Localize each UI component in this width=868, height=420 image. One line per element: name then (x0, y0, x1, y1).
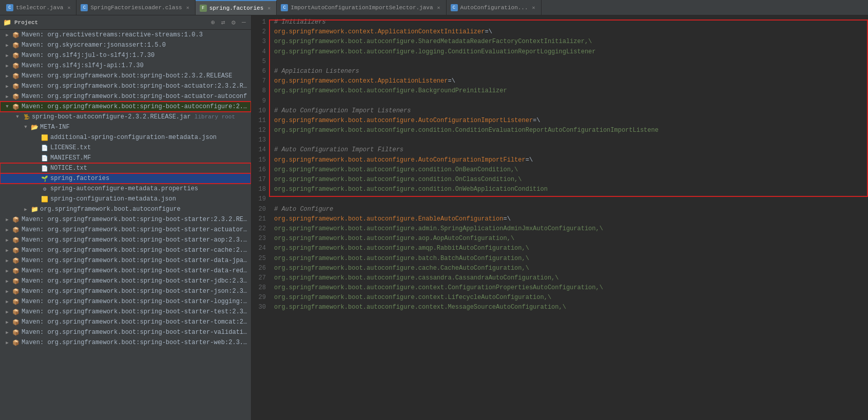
tree-item-props[interactable]: ▶ ⚙ spring-autoconfigure-metadata.proper… (0, 184, 251, 194)
project-sidebar: 📁 Project ⊕ ⇄ ⚙ — ▶ 📦 Maven: org.reactiv… (0, 15, 252, 420)
code-line: # Application Listeners (274, 67, 868, 76)
tree-item[interactable]: ▶ 📦 Maven: org.springframework.boot:spri… (0, 214, 251, 225)
line-number: 19 (259, 194, 266, 204)
tree-item[interactable]: ▶ 📦 Maven: org.springframework.boot:spri… (0, 307, 251, 317)
close-icon[interactable]: ✕ (531, 5, 537, 11)
tree-item[interactable]: ▶ 📦 Maven: org.springframework.boot:spri… (0, 317, 251, 327)
maven-icon: 📦 (12, 92, 20, 101)
line-number: 16 (259, 165, 266, 175)
tree-item[interactable]: ▶ 📦 Maven: org.slf4j:jul-to-slf4j:1.7.30 (0, 50, 251, 61)
tree-item-config-json[interactable]: ▶ 🟨 spring-configuration-metadata.json (0, 194, 251, 204)
maven-icon: 📦 (12, 226, 20, 234)
code-line (274, 57, 868, 67)
tree-item[interactable]: ▶ 📦 Maven: org.reactivestreams:reactive-… (0, 30, 251, 40)
maven-icon: 📦 (12, 287, 20, 295)
close-icon[interactable]: ✕ (266, 5, 272, 11)
tree-item-notice[interactable]: ▶ 📄 NOTICE.txt (0, 163, 251, 173)
tree-item-jar[interactable]: ▼ 🗜 spring-boot-autoconfigure-2.3.2.RELE… (0, 112, 251, 122)
tree-label: Maven: org.springframework.boot:spring-b… (22, 226, 249, 233)
config-json-icon: 🟨 (41, 195, 49, 203)
tree-item-autoconfigure-pkg[interactable]: ▶ 📁 org.springframework.boot.autoconfigu… (0, 204, 251, 214)
line-number: 18 (259, 185, 266, 194)
tree-item[interactable]: ▶ 📦 Maven: org.springframework.boot:spri… (0, 225, 251, 235)
tree-label: Maven: org.springframework.boot:spring-b… (22, 329, 249, 336)
code-line: org.springframework.boot.autoconfigure.A… (274, 155, 868, 165)
tree-item[interactable]: ▶ 📦 Maven: org.springframework.boot:spri… (0, 235, 251, 245)
code-line: org.springframework.boot.autoconfigure.l… (274, 47, 868, 57)
sidebar-header: 📁 Project ⊕ ⇄ ⚙ — (0, 15, 251, 30)
code-line: org.springframework.boot.autoconfigure.a… (274, 234, 868, 244)
line-number: 2 (262, 27, 266, 37)
code-editor[interactable]: 1 2 3 4 5 6 7 8 9 10 11 12 13 14 15 16 1… (252, 15, 868, 420)
tree-label: META-INF (40, 124, 249, 131)
tree-item-highlighted-maven[interactable]: ▼ 📦 Maven: org.springframework.boot:spri… (0, 102, 251, 112)
tree-label: Maven: org.springframework.boot:spring-b… (22, 72, 249, 79)
tree-item[interactable]: ▶ 📦 Maven: org.springframework.boot:spri… (0, 71, 251, 81)
line-number: 6 (262, 67, 266, 76)
tree-item[interactable]: ▶ 📦 Maven: org.springframework.boot:spri… (0, 276, 251, 286)
tree-label: Maven: org.springframework.boot:spring-b… (22, 339, 249, 346)
expand-arrow: ▶ (4, 42, 10, 48)
tab-bar: C tSelector.java ✕ C SpringFactoriesLoad… (0, 0, 868, 15)
tree-item-metadata-json[interactable]: ▶ 🟨 additional-spring-configuration-meta… (0, 132, 251, 143)
code-line: org.springframework.boot.autoconfigure.B… (274, 86, 868, 96)
expand-arrow: ▶ (4, 278, 10, 284)
tab-label: ImportAutoConfigurationImportSelector.ja… (291, 5, 433, 11)
maven-icon: 📦 (12, 236, 20, 244)
line-number: 15 (259, 155, 266, 165)
expand-arrow: ▶ (4, 247, 10, 253)
expand-arrow: ▶ (4, 298, 10, 305)
minimize-icon[interactable]: — (240, 18, 248, 27)
tree-item-manifest[interactable]: ▶ 📄 MANIFEST.MF (0, 153, 251, 163)
line-number: 10 (259, 106, 266, 116)
close-icon[interactable]: ✕ (185, 5, 191, 11)
code-line: # Auto Configuration Import Filters (274, 145, 868, 155)
tree-item-spring-factories[interactable]: ▶ 🌱 spring.factories (0, 173, 251, 184)
class-file-icon: C (81, 4, 88, 11)
maven-icon: 📦 (12, 82, 20, 90)
tab-label: spring.factories (209, 5, 264, 11)
code-line: # Initializers (274, 17, 868, 27)
tree-item[interactable]: ▶ 📦 Maven: org.springframework.boot:spri… (0, 327, 251, 337)
tree-label: additional-spring-configuration-metadata… (50, 134, 249, 141)
code-content[interactable]: # Initializersorg.springframework.contex… (270, 17, 868, 418)
tree-label: Maven: org.slf4j:jul-to-slf4j:1.7.30 (22, 52, 249, 59)
tree-label: Maven: org.springframework.boot:spring-b… (22, 93, 249, 100)
collapse-icon[interactable]: ⇄ (219, 18, 227, 27)
close-icon[interactable]: ✕ (66, 5, 72, 11)
line-number: 26 (259, 264, 266, 273)
close-icon[interactable]: ✕ (436, 5, 442, 11)
code-line: org.springframework.boot.autoconfigure.b… (274, 254, 868, 264)
tree-label: Maven: org.springframework.boot:spring-b… (22, 216, 249, 223)
line-number: 12 (259, 126, 266, 135)
tree-item[interactable]: ▶ 📦 Maven: org.springframework.boot:spri… (0, 286, 251, 296)
tab-tselector[interactable]: C tSelector.java ✕ (2, 0, 76, 15)
line-number: 29 (259, 293, 266, 303)
tree-item[interactable]: ▶ 📦 Maven: org.springframework.boot:spri… (0, 337, 251, 348)
tree-item[interactable]: ▶ 📦 Maven: org.springframework.boot:spri… (0, 81, 251, 91)
maven-icon: 📦 (12, 328, 20, 336)
tree-item[interactable]: ▶ 📦 Maven: org.skyscreamer:jsonassert:1.… (0, 40, 251, 50)
tree-item[interactable]: ▶ 📦 Maven: org.slf4j:slf4j-api:1.7.30 (0, 61, 251, 71)
tab-springfactoriesloader[interactable]: C SpringFactoriesLoader.class ✕ (76, 0, 195, 15)
tree-label: spring.factories (50, 175, 249, 182)
tree-item[interactable]: ▶ 📦 Maven: org.springframework.boot:spri… (0, 245, 251, 255)
code-line: org.springframework.context.ApplicationC… (274, 27, 868, 37)
line-number: 20 (259, 205, 266, 214)
tree-label: LICENSE.txt (50, 144, 249, 151)
tree-item[interactable]: ▶ 📦 Maven: org.springframework.boot:spri… (0, 255, 251, 266)
tab-importautoconfiguration[interactable]: C ImportAutoConfigurationImportSelector.… (277, 0, 446, 15)
settings-icon[interactable]: ⚙ (229, 18, 238, 27)
tree-item[interactable]: ▶ 📦 Maven: org.springframework.boot:spri… (0, 266, 251, 276)
tab-springfactories[interactable]: F spring.factories ✕ (196, 0, 277, 15)
tree-item[interactable]: ▶ 📦 Maven: org.springframework.boot:spri… (0, 91, 251, 102)
editor-area: 1 2 3 4 5 6 7 8 9 10 11 12 13 14 15 16 1… (252, 15, 868, 420)
tree-item-metainf[interactable]: ▼ 📂 META-INF (0, 122, 251, 132)
tree-label: Maven: org.springframework.boot:spring-b… (22, 277, 249, 285)
tree-label: Maven: org.springframework.boot:spring-b… (22, 257, 249, 264)
tree-item-license[interactable]: ▶ 📄 LICENSE.txt (0, 143, 251, 153)
tab-autoconfiguration[interactable]: C AutoConfiguration... ✕ (447, 0, 542, 15)
tree-item[interactable]: ▶ 📦 Maven: org.springframework.boot:spri… (0, 296, 251, 307)
locate-icon[interactable]: ⊕ (209, 18, 217, 27)
line-number: 27 (259, 273, 266, 283)
